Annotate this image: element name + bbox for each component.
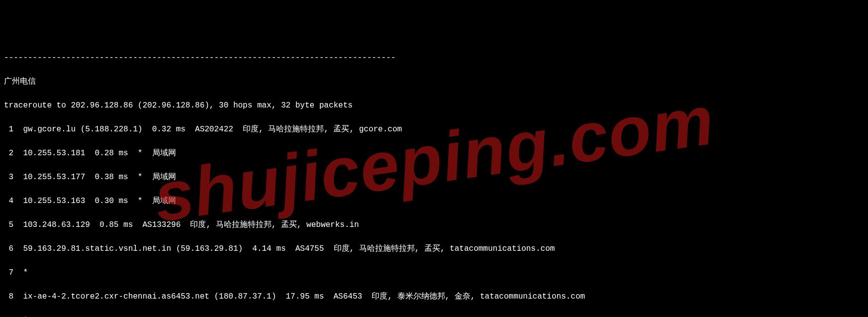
hop-line: 9 * (4, 315, 864, 317)
hop-line: 1 gw.gcore.lu (5.188.228.1) 0.32 ms AS20… (4, 123, 864, 135)
hop-line: 7 * (4, 267, 864, 279)
hop-line: 4 10.255.53.163 0.30 ms * 局域网 (4, 195, 864, 207)
hop-line: 2 10.255.53.181 0.28 ms * 局域网 (4, 147, 864, 159)
terminal-title: 广州电信 (4, 76, 864, 88)
hop-line: 6 59.163.29.81.static.vsnl.net.in (59.16… (4, 243, 864, 255)
hop-line: 3 10.255.53.177 0.38 ms * 局域网 (4, 171, 864, 183)
traceroute-header: traceroute to 202.96.128.86 (202.96.128.… (4, 100, 864, 111)
hop-line: 8 ix-ae-4-2.tcore2.cxr-chennai.as6453.ne… (4, 291, 864, 303)
separator-line: ----------------------------------------… (4, 52, 864, 64)
hop-line: 5 103.248.63.129 0.85 ms AS133296 印度, 马哈… (4, 219, 864, 231)
